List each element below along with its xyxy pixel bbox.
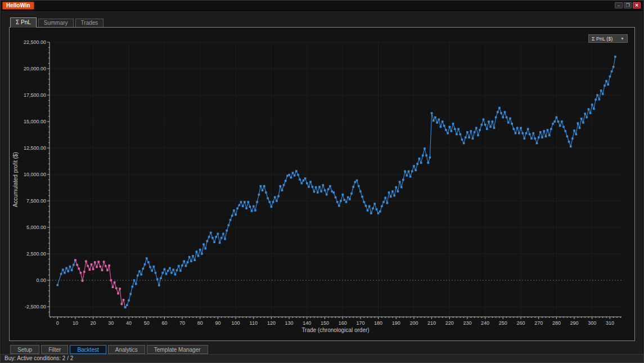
title-bar: HelloWin – ❐ ✕ xyxy=(1,1,643,11)
svg-text:0: 0 xyxy=(56,320,59,326)
chart-panel: -2,500.000.002,500.005,000.007,500.0010,… xyxy=(9,27,635,341)
svg-text:110: 110 xyxy=(250,320,258,326)
svg-text:240: 240 xyxy=(481,320,489,326)
svg-text:40: 40 xyxy=(126,320,132,326)
svg-text:140: 140 xyxy=(303,320,311,326)
svg-text:20,000.00: 20,000.00 xyxy=(24,66,46,71)
chart-tab-strip: Σ PnLSummaryTrades xyxy=(10,17,103,28)
svg-text:10: 10 xyxy=(73,320,78,326)
svg-text:Trade (chronological order): Trade (chronological order) xyxy=(301,327,369,333)
chevron-down-icon: ▼ xyxy=(620,37,624,41)
svg-text:120: 120 xyxy=(267,320,276,326)
tab-template-manager[interactable]: Template Manager xyxy=(147,345,208,354)
svg-text:300: 300 xyxy=(588,320,596,326)
svg-text:280: 280 xyxy=(552,320,561,326)
svg-text:220: 220 xyxy=(445,320,454,326)
series-select-value: Σ PnL ($) xyxy=(592,36,613,42)
status-bar: Buy: Active conditions: 2 / 2 xyxy=(1,354,643,362)
tab-setup[interactable]: Setup xyxy=(10,345,39,354)
close-button[interactable]: ✕ xyxy=(633,2,641,8)
svg-text:180: 180 xyxy=(374,320,382,326)
svg-text:15,000.00: 15,000.00 xyxy=(24,119,46,124)
tab-pnl[interactable]: Σ PnL xyxy=(10,17,37,28)
window-controls: – ❐ ✕ xyxy=(615,2,641,8)
svg-text:260: 260 xyxy=(516,320,525,326)
svg-text:-2,500.00: -2,500.00 xyxy=(25,304,46,310)
restore-button[interactable]: ❐ xyxy=(624,2,632,8)
svg-text:12,500.00: 12,500.00 xyxy=(24,145,46,151)
pnl-chart: -2,500.000.002,500.005,000.007,500.0010,… xyxy=(10,28,634,340)
minimize-button[interactable]: – xyxy=(615,2,623,8)
main-tab-strip: SetupFilterBacktestAnalyticsTemplate Man… xyxy=(10,345,208,354)
svg-text:210: 210 xyxy=(427,320,436,326)
svg-text:80: 80 xyxy=(197,320,203,326)
window-title: HelloWin xyxy=(2,2,34,10)
svg-text:90: 90 xyxy=(215,320,220,326)
tab-trades[interactable]: Trades xyxy=(75,19,104,27)
svg-text:50: 50 xyxy=(144,320,150,326)
svg-text:290: 290 xyxy=(570,320,578,326)
svg-text:0.00: 0.00 xyxy=(36,277,46,283)
svg-text:200: 200 xyxy=(409,320,418,326)
svg-text:20: 20 xyxy=(91,320,96,326)
svg-text:10,000.00: 10,000.00 xyxy=(24,172,46,177)
svg-text:160: 160 xyxy=(339,320,347,326)
tab-analytics[interactable]: Analytics xyxy=(108,345,145,354)
tab-filter[interactable]: Filter xyxy=(41,345,68,354)
svg-text:17,500.00: 17,500.00 xyxy=(24,92,46,98)
svg-text:130: 130 xyxy=(285,320,294,326)
svg-text:250: 250 xyxy=(499,320,507,326)
status-text: Buy: Active conditions: 2 / 2 xyxy=(4,355,73,361)
tab-backtest[interactable]: Backtest xyxy=(70,345,106,354)
svg-text:100: 100 xyxy=(232,320,240,326)
svg-text:22,500.00: 22,500.00 xyxy=(24,39,46,45)
app-window: { "window": { "title": "HelloWin", "cont… xyxy=(0,0,644,363)
svg-text:170: 170 xyxy=(356,320,364,326)
svg-text:190: 190 xyxy=(392,320,400,326)
svg-text:310: 310 xyxy=(606,320,614,326)
tab-summary[interactable]: Summary xyxy=(38,19,74,27)
svg-text:30: 30 xyxy=(108,320,114,326)
svg-text:70: 70 xyxy=(179,320,185,326)
svg-text:2,500.00: 2,500.00 xyxy=(26,251,46,257)
svg-text:150: 150 xyxy=(321,320,329,326)
svg-text:5,000.00: 5,000.00 xyxy=(26,225,46,230)
svg-text:270: 270 xyxy=(534,320,543,326)
svg-text:7,500.00: 7,500.00 xyxy=(26,198,46,204)
svg-text:Accumulated profit ($): Accumulated profit ($) xyxy=(12,152,19,207)
series-select-dropdown[interactable]: Σ PnL ($) ▼ xyxy=(588,34,628,43)
svg-text:230: 230 xyxy=(463,320,471,326)
svg-text:60: 60 xyxy=(161,320,167,326)
